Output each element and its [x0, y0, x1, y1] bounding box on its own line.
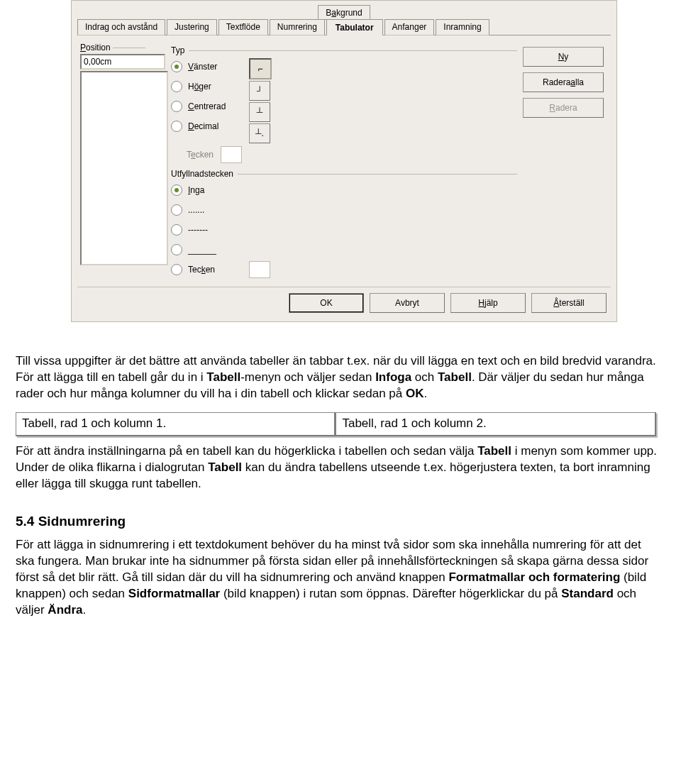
fill-legend: Utfyllnadstecken	[171, 169, 233, 179]
table-cell-2: Tabell, rad 1 och kolumn 2.	[336, 412, 655, 436]
tab-bakgrund[interactable]: Bakgrund	[318, 5, 370, 20]
dialog-button-bar: OK Avbryt Hjälp Återställ	[77, 287, 611, 316]
reset-button[interactable]: Återställ	[531, 293, 607, 313]
align-left-icon[interactable]: ⌐	[249, 58, 272, 79]
radio-fill-dots[interactable]: .......	[171, 200, 517, 220]
tab-inramning[interactable]: Inramning	[436, 19, 489, 35]
delete-button: Radera	[523, 98, 604, 118]
tab-numrering[interactable]: Numrering	[270, 19, 325, 35]
radio-fill-dashes[interactable]: -------	[171, 220, 517, 240]
section-heading: 5.4 Sidnumrering	[16, 512, 663, 531]
typ-legend: Typ	[171, 45, 184, 55]
table-cell-1: Tabell, rad 1 och kolumn 1.	[16, 412, 336, 436]
tab-tabulator[interactable]: Tabulator	[326, 19, 383, 35]
table-row: Tabell, rad 1 och kolumn 1. Tabell, rad …	[16, 412, 656, 436]
cancel-button[interactable]: Avbryt	[370, 293, 445, 313]
paragraph-3: För att lägga in sidnumrering i ett text…	[16, 537, 663, 619]
tab-textflode[interactable]: Textflöde	[218, 19, 268, 35]
paragraph-dialog: Bakgrund Indrag och avstånd Justering Te…	[71, 0, 617, 322]
radio-centrerad[interactable]: Centrerad	[171, 96, 242, 116]
tab-justering[interactable]: Justering	[167, 19, 217, 35]
tab-anfanger[interactable]: Anfanger	[384, 19, 435, 35]
fill-char-input[interactable]	[249, 261, 270, 278]
article-body: Till vissa uppgifter är det bättre att a…	[0, 322, 681, 619]
new-button[interactable]: Ny	[523, 47, 604, 67]
position-input[interactable]	[80, 54, 165, 70]
position-legend: Position	[80, 43, 165, 53]
tab-strip: Bakgrund Indrag och avstånd Justering Te…	[77, 5, 611, 35]
align-center-icon[interactable]: ┴	[249, 102, 270, 122]
radio-decimal[interactable]: Decimal	[171, 116, 242, 136]
decimal-char-input[interactable]	[221, 146, 242, 163]
position-list[interactable]	[80, 71, 168, 265]
ok-button[interactable]: OK	[289, 293, 364, 313]
delete-all-button[interactable]: Radera alla	[523, 72, 604, 92]
align-right-icon[interactable]: ┘	[249, 81, 270, 101]
help-button[interactable]: Hjälp	[450, 293, 526, 313]
example-table: Tabell, rad 1 och kolumn 1. Tabell, rad …	[16, 412, 656, 436]
radio-fill-tecken[interactable]: Tecken	[171, 260, 517, 280]
align-decimal-icon[interactable]: ┴.	[249, 123, 270, 143]
radio-fill-inga[interactable]: Inga	[171, 180, 517, 200]
radio-fill-underscore[interactable]: ______	[171, 240, 517, 260]
decimal-char-row: Tecken	[171, 146, 517, 163]
paragraph-1: Till vissa uppgifter är det bättre att a…	[16, 353, 663, 402]
tab-indrag[interactable]: Indrag och avstånd	[77, 19, 165, 35]
radio-vanster[interactable]: Vänster	[171, 57, 242, 77]
paragraph-2: För att ändra inställningarna på en tabe…	[16, 443, 663, 492]
radio-hoger[interactable]: Höger	[171, 77, 242, 96]
